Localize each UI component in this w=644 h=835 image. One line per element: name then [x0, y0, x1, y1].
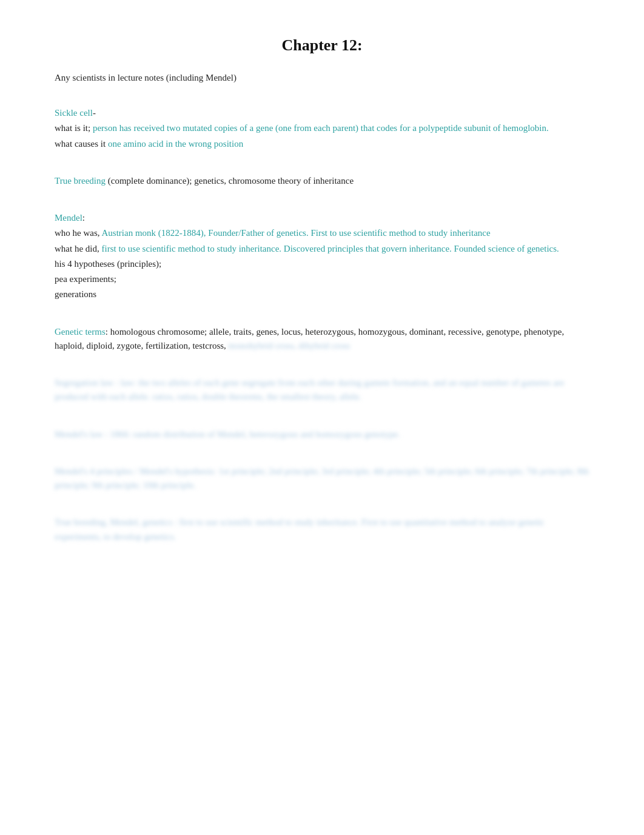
what-is-it-prefix: what is it;: [55, 123, 93, 133]
mendel-who-line: who he was, Austrian monk (1822-1884), F…: [55, 226, 589, 240]
what-is-it-green: person has received two mutated copies o…: [93, 123, 549, 133]
mendel-label-line: Mendel:: [55, 211, 589, 225]
blurred-label-3: Mendel's 4 principles / Mendel's hypothe…: [55, 466, 216, 476]
mendel-section: Mendel: who he was, Austrian monk (1822-…: [55, 211, 589, 302]
blurred-text-1: : law: the two alleles of each gene segr…: [55, 378, 565, 401]
sickle-cell-what-causes: what causes it one amino acid in the wro…: [55, 137, 589, 151]
sickle-cell-label-suffix: -: [93, 108, 96, 118]
genetic-terms-section: Genetic terms: homologous chromosome; al…: [55, 325, 589, 354]
sickle-cell-what-is-it: what is it; person has received two muta…: [55, 121, 589, 135]
sickle-cell-section: Sickle cell- what is it; person has rece…: [55, 106, 589, 151]
true-breeding-section: True breeding (complete dominance); gene…: [55, 174, 589, 188]
blurred-line-3: Mendel's 4 principles / Mendel's hypothe…: [55, 464, 589, 493]
mendel-what-line: what he did, first to use scientific met…: [55, 242, 589, 256]
blurred-section-3: Mendel's 4 principles / Mendel's hypothe…: [55, 464, 589, 493]
genetic-terms-label: Genetic terms: [55, 327, 106, 337]
blurred-line-2: Mendel's law : 1866: random distribution…: [55, 428, 589, 441]
blurred-line-4: True breeding, Mendel, genetics : first …: [55, 515, 589, 544]
blurred-section-1: Segregation law : law: the two alleles o…: [55, 376, 589, 404]
true-breeding-rest: (complete dominance); genetics, chromoso…: [106, 176, 354, 186]
mendel-label: Mendel: [55, 213, 82, 223]
mendel-label-suffix: :: [82, 213, 85, 223]
mendel-who-prefix: who he was,: [55, 228, 102, 238]
mendel-generations-line: generations: [55, 287, 589, 301]
intro-text: Any scientists in lecture notes (includi…: [55, 73, 589, 83]
genetic-terms-line: Genetic terms: homologous chromosome; al…: [55, 325, 589, 354]
blurred-label-1: Segregation law: [55, 378, 113, 387]
blurred-section-2: Mendel's law : 1866: random distribution…: [55, 428, 589, 441]
what-causes-green: one amino acid in the wrong position: [108, 139, 243, 149]
blurred-label-4: True breeding, Mendel, genetics: [55, 517, 172, 527]
blurred-line-1: Segregation law : law: the two alleles o…: [55, 376, 589, 404]
blurred-section-4: True breeding, Mendel, genetics : first …: [55, 515, 589, 544]
blurred-text-2: : 1866: random distribution of Mendel, h…: [106, 429, 400, 439]
genetic-terms-blurred: monohybrid cross, dihybrid cross: [229, 341, 351, 350]
true-breeding-line: True breeding (complete dominance); gene…: [55, 174, 589, 188]
mendel-pea-line: pea experiments;: [55, 272, 589, 286]
mendel-what-green: first to use scientific method to study …: [101, 244, 558, 253]
mendel-hypotheses-line: his 4 hypotheses (principles);: [55, 257, 589, 271]
what-causes-prefix: what causes it: [55, 139, 108, 149]
page-title: Chapter 12:: [55, 36, 589, 55]
sickle-cell-label: Sickle cell: [55, 108, 93, 118]
mendel-what-prefix: what he did,: [55, 244, 101, 253]
mendel-who-green: Austrian monk (1822-1884), Founder/Fathe…: [102, 228, 491, 238]
blurred-label-2: Mendel's law: [55, 429, 103, 439]
sickle-cell-label-line: Sickle cell-: [55, 106, 589, 120]
true-breeding-label: True breeding: [55, 176, 106, 186]
